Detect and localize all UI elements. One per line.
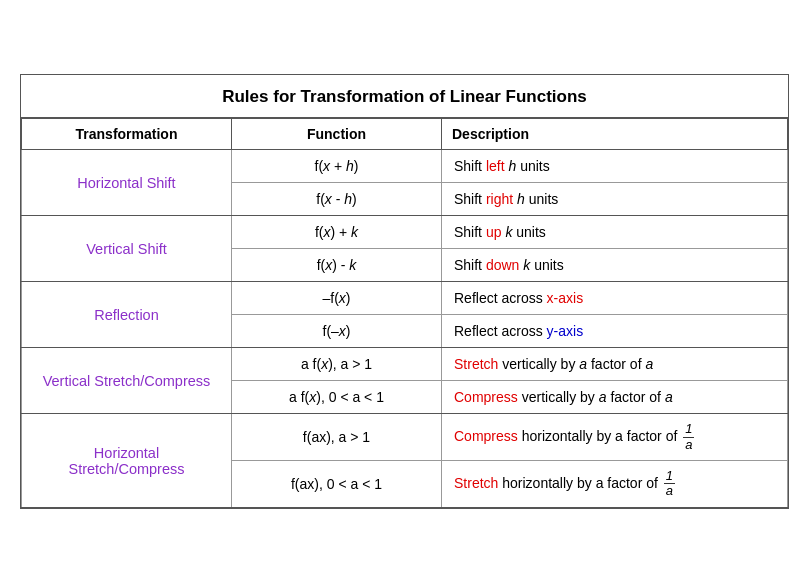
function-cell: f(x + h) (232, 150, 442, 183)
description-cell: Shift left h units (442, 150, 788, 183)
description-cell: Shift down k units (442, 249, 788, 282)
function-cell: a f(x), a > 1 (232, 348, 442, 381)
header-transformation: Transformation (22, 119, 232, 150)
transform-group-label: Reflection (22, 282, 232, 348)
header-function: Function (232, 119, 442, 150)
header-description: Description (442, 119, 788, 150)
description-cell: Stretch horizontally by a factor of 1a (442, 461, 788, 508)
function-cell: a f(x), 0 < a < 1 (232, 381, 442, 414)
function-cell: f(x) + k (232, 216, 442, 249)
description-cell: Shift up k units (442, 216, 788, 249)
transform-group-label: Vertical Stretch/Compress (22, 348, 232, 414)
transform-group-label: Horizontal Stretch/Compress (22, 414, 232, 507)
function-cell: f(–x) (232, 315, 442, 348)
table-row: Horizontal Stretch/Compressf(ax), a > 1C… (22, 414, 788, 461)
description-cell: Compress vertically by a factor of a (442, 381, 788, 414)
description-cell: Reflect across x-axis (442, 282, 788, 315)
function-cell: f(x) - k (232, 249, 442, 282)
description-cell: Stretch vertically by a factor of a (442, 348, 788, 381)
transformation-table: Rules for Transformation of Linear Funct… (20, 74, 789, 508)
function-cell: –f(x) (232, 282, 442, 315)
function-cell: f(ax), 0 < a < 1 (232, 461, 442, 508)
table-row: Vertical Shiftf(x) + kShift up k units (22, 216, 788, 249)
transform-group-label: Vertical Shift (22, 216, 232, 282)
description-cell: Reflect across y-axis (442, 315, 788, 348)
function-cell: f(x - h) (232, 183, 442, 216)
transform-group-label: Horizontal Shift (22, 150, 232, 216)
table-row: Reflection–f(x)Reflect across x-axis (22, 282, 788, 315)
table-title: Rules for Transformation of Linear Funct… (21, 75, 788, 118)
table-row: Vertical Stretch/Compressa f(x), a > 1St… (22, 348, 788, 381)
description-cell: Shift right h units (442, 183, 788, 216)
table-row: Horizontal Shiftf(x + h)Shift left h uni… (22, 150, 788, 183)
description-cell: Compress horizontally by a factor of 1a (442, 414, 788, 461)
function-cell: f(ax), a > 1 (232, 414, 442, 461)
